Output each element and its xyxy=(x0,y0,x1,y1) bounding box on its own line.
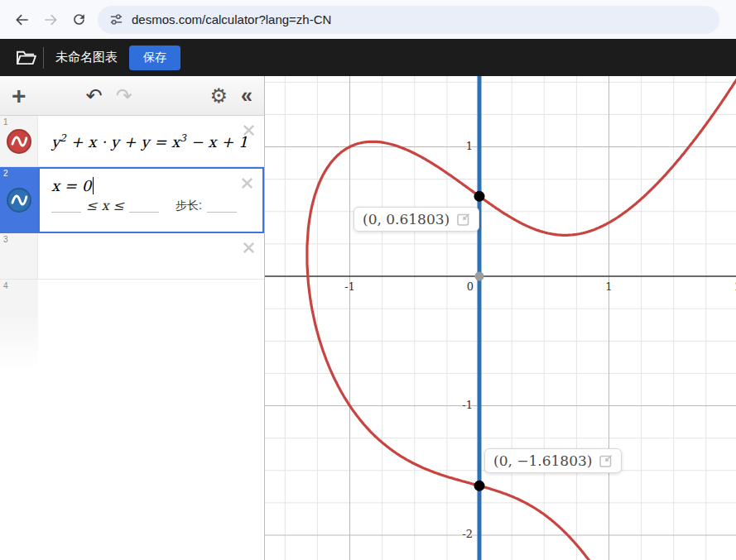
open-graph-folder-icon[interactable] xyxy=(10,44,41,72)
undo-icon[interactable]: ↶ xyxy=(86,86,103,106)
row-number: 2 xyxy=(3,169,8,178)
point-label-text: (0, −1.61803) xyxy=(493,452,592,469)
slider-min-input[interactable] xyxy=(51,199,81,213)
curve-style-icon[interactable] xyxy=(7,129,31,154)
expression-2-latex[interactable]: x = 0 xyxy=(51,177,91,194)
text-cursor xyxy=(93,177,94,194)
forward-icon[interactable] xyxy=(36,6,65,34)
row-number: 1 xyxy=(3,117,8,127)
tune-icon[interactable] xyxy=(109,12,123,26)
implicit-curve xyxy=(307,76,736,560)
graph-paper[interactable]: -10121-1-2 (0, 0.61803) (0, −1.61803) xyxy=(265,76,736,560)
slider-step-label: 步长: xyxy=(176,199,202,213)
expression-row-4[interactable]: 4 xyxy=(0,280,264,560)
save-button[interactable]: 保存 xyxy=(129,45,180,70)
slider-bounds-label: ≤ x ≤ xyxy=(86,198,124,213)
intersection-point xyxy=(474,481,485,491)
expression-gutter: 2 xyxy=(0,167,38,233)
point-label-tooltip[interactable]: (0, −1.61803) xyxy=(484,448,622,473)
expression-row-1[interactable]: 1 y2 + x · y + y = x3 − x + 1 xyxy=(0,116,264,167)
slider-max-input[interactable] xyxy=(129,199,159,213)
edit-label-icon[interactable] xyxy=(457,213,470,226)
desmos-header: 未命名图表 保存 xyxy=(0,39,736,76)
expression-panel: + ↶ ↷ ⚙ « 1 y2 + x · y + y = x3 − x + 1 xyxy=(0,76,265,560)
graph-canvas[interactable] xyxy=(265,76,736,560)
collapse-panel-icon[interactable]: « xyxy=(241,85,253,106)
url-bar[interactable]: desmos.com/calculator?lang=zh-CN xyxy=(98,6,719,34)
point-label-tooltip[interactable]: (0, 0.61803) xyxy=(354,207,479,232)
expression-row-3[interactable]: 3 xyxy=(0,233,264,280)
reload-icon[interactable] xyxy=(65,6,93,34)
slider-step-input[interactable] xyxy=(207,199,237,213)
origin-drag-point xyxy=(475,272,484,281)
slider-bounds-row: ≤ x ≤ 步长: xyxy=(40,198,262,213)
url-text: desmos.com/calculator?lang=zh-CN xyxy=(132,12,331,26)
intersection-point xyxy=(474,191,485,202)
graph-title: 未命名图表 xyxy=(55,50,118,65)
settings-gear-icon[interactable]: ⚙ xyxy=(210,86,228,106)
close-icon[interactable] xyxy=(239,175,255,191)
expression-toolbar: + ↶ ↷ ⚙ « xyxy=(0,76,264,116)
curve-style-icon[interactable] xyxy=(7,188,31,213)
redo-icon[interactable]: ↷ xyxy=(116,86,132,106)
row-number: 4 xyxy=(3,281,8,290)
add-expression-button[interactable]: + xyxy=(12,84,26,108)
close-icon[interactable] xyxy=(241,122,257,138)
expression-gutter: 4 xyxy=(0,280,38,560)
expression-gutter: 1 xyxy=(0,116,38,166)
header-divider xyxy=(43,47,44,69)
edit-label-icon[interactable] xyxy=(599,454,613,467)
point-label-text: (0, 0.61803) xyxy=(363,211,450,227)
expression-gutter: 3 xyxy=(0,233,38,279)
close-icon[interactable] xyxy=(241,240,257,256)
expression-row-2[interactable]: 2 x = 0 ≤ x ≤ 步长: xyxy=(0,167,264,233)
browser-toolbar: desmos.com/calculator?lang=zh-CN xyxy=(0,0,736,39)
back-icon[interactable] xyxy=(8,6,36,34)
row-number: 3 xyxy=(3,235,8,244)
expression-1-latex[interactable]: y2 + x · y + y = x3 − x + 1 xyxy=(51,132,248,151)
